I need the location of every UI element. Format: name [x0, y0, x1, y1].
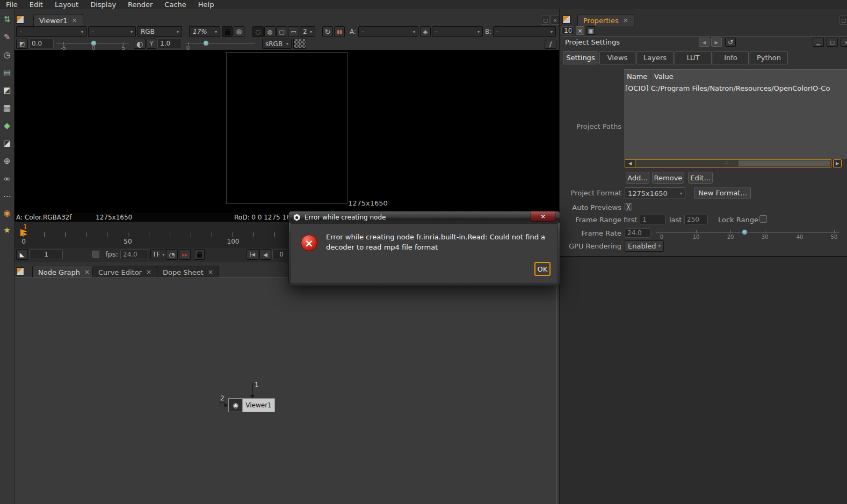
- playback-mode-select[interactable]: TF▾: [150, 250, 166, 259]
- wipe-mode-button[interactable]: ◈: [420, 26, 431, 37]
- scroll-left-button[interactable]: ◀: [625, 160, 635, 167]
- viewer-zoom-lock-button[interactable]: [222, 26, 233, 37]
- menu-layout[interactable]: Layout: [49, 0, 84, 9]
- menu-display[interactable]: Display: [84, 0, 122, 9]
- toolbox-item-image[interactable]: ⇅: [1, 13, 13, 26]
- pause-updates-button[interactable]: ▮▮: [334, 26, 345, 37]
- frame-rate-slider[interactable]: 0 10 20 30 40 50: [656, 228, 839, 242]
- viewer-fit-button[interactable]: ⊕: [234, 26, 244, 37]
- menu-edit[interactable]: Edit: [24, 0, 49, 9]
- gain-input[interactable]: [29, 39, 54, 48]
- playback-cache-button[interactable]: ▸▸: [179, 249, 191, 260]
- first-frame-button[interactable]: |◀: [247, 249, 258, 260]
- properties-pane-menu-icon[interactable]: [562, 16, 570, 24]
- gain-slider-handle[interactable]: [91, 40, 97, 46]
- viewer-canvas[interactable]: 1275x1650: [15, 50, 559, 213]
- panel-next-button[interactable]: ▶: [711, 38, 722, 47]
- scroll-track[interactable]: ∷: [635, 160, 831, 167]
- menu-render[interactable]: Render: [122, 0, 158, 9]
- toolbox-item-transform[interactable]: ⊕: [1, 155, 13, 167]
- proxy-mode-button[interactable]: ◍: [264, 26, 276, 37]
- edit-path-button[interactable]: Edit...: [688, 172, 713, 184]
- column-header-value[interactable]: Value: [651, 72, 674, 81]
- ok-button[interactable]: OK: [534, 262, 551, 276]
- max-panels-input[interactable]: [561, 26, 574, 35]
- fps-input[interactable]: [120, 250, 148, 259]
- full-frame-button[interactable]: ▢: [276, 26, 287, 37]
- checkerboard-button[interactable]: [293, 39, 306, 49]
- project-paths-table[interactable]: Name Value [OCIO] C:/Program Files/Natro…: [624, 69, 847, 159]
- contrast-button[interactable]: ◐: [134, 39, 146, 49]
- refresh-button[interactable]: ↻: [322, 26, 333, 37]
- tab-lut[interactable]: LUT: [675, 51, 712, 64]
- tab-dope-sheet[interactable]: Dope Sheet×: [157, 266, 219, 278]
- viewer-zoom-select[interactable]: 17%▾: [189, 26, 220, 37]
- close-icon[interactable]: ×: [84, 268, 90, 276]
- new-format-button[interactable]: New Format...: [694, 187, 751, 199]
- tab-curve-editor[interactable]: Curve Editor×: [92, 266, 157, 278]
- scroll-right-button[interactable]: ▶: [833, 159, 842, 167]
- node-input1-arrow[interactable]: [252, 383, 253, 396]
- active-inputs-button[interactable]: ▭: [288, 26, 299, 37]
- viewer-channels-select[interactable]: RGB▾: [137, 26, 182, 37]
- frame-range-last-input[interactable]: [684, 215, 708, 224]
- turbo-mode-button[interactable]: ◔: [166, 249, 178, 260]
- project-format-select[interactable]: 1275x1650▾: [625, 187, 685, 199]
- toolbox-item-gmic[interactable]: ◉: [1, 207, 13, 220]
- toolbox-item-extra[interactable]: ★: [1, 224, 13, 237]
- viewer-pane-close-button[interactable]: ×: [551, 16, 560, 25]
- toolbox-item-draw[interactable]: ✎: [1, 31, 13, 43]
- dialog-titlebar[interactable]: Error while creating node: [289, 211, 560, 223]
- tab-info[interactable]: Info: [713, 51, 749, 64]
- toolbox-item-keyer[interactable]: ◆: [1, 119, 13, 132]
- gpu-rendering-select[interactable]: Enabled▾: [625, 240, 664, 252]
- wipe-operator-select[interactable]: -▾: [432, 26, 483, 37]
- add-path-button[interactable]: Add...: [626, 172, 649, 184]
- frame-range-first-input[interactable]: [640, 215, 666, 224]
- toolbox-item-time[interactable]: ◷: [1, 48, 13, 61]
- color-picker-button[interactable]: ∕: [545, 40, 556, 49]
- panel-close-button[interactable]: ×: [841, 38, 847, 47]
- close-icon[interactable]: ×: [623, 17, 628, 24]
- scroll-thumb[interactable]: [739, 160, 830, 166]
- previous-frame-button[interactable]: ◀: [259, 249, 271, 260]
- tab-python[interactable]: Python: [750, 51, 788, 64]
- downscale-select[interactable]: 2▾: [300, 26, 315, 37]
- close-icon[interactable]: ×: [71, 17, 77, 24]
- set-in-point-button[interactable]: ◣: [16, 249, 28, 260]
- remove-path-button[interactable]: Remove: [652, 172, 684, 184]
- column-header-name[interactable]: Name: [624, 72, 650, 81]
- tab-viewer1[interactable]: Viewer1 ×: [33, 14, 83, 26]
- viewer1-node[interactable]: ◉ Viewer1: [228, 398, 275, 412]
- toolbox-item-views[interactable]: ∞: [1, 172, 13, 185]
- close-icon[interactable]: ×: [208, 268, 213, 276]
- tab-settings[interactable]: Settings: [563, 51, 598, 64]
- panel-minimize-button[interactable]: ▁: [813, 38, 824, 47]
- menu-cache[interactable]: Cache: [158, 0, 192, 9]
- dialog-close-button[interactable]: ×: [531, 211, 555, 222]
- nodegraph-canvas[interactable]: [15, 277, 559, 504]
- toolbox-item-merge[interactable]: ◪: [1, 137, 13, 150]
- tab-layers[interactable]: Layers: [636, 51, 674, 64]
- panel-float-button[interactable]: □: [827, 38, 838, 47]
- table-hscrollbar[interactable]: ◀ ∷: [625, 159, 831, 167]
- properties-pane-float-button[interactable]: □: [839, 16, 847, 25]
- close-icon[interactable]: ×: [146, 268, 151, 276]
- luminance-button[interactable]: Y: [147, 39, 156, 49]
- toolbox-item-color[interactable]: ◩: [1, 84, 13, 97]
- toolbox-item-channel[interactable]: ▤: [1, 66, 13, 79]
- lock-range-checkbox[interactable]: [759, 215, 767, 223]
- menu-file[interactable]: File: [0, 0, 24, 9]
- gamma-input[interactable]: [157, 39, 182, 48]
- tab-node-graph[interactable]: Node Graph×: [32, 266, 96, 278]
- a-input-select[interactable]: -▾: [358, 26, 418, 37]
- minimize-all-panels-button[interactable]: ▣: [587, 26, 595, 35]
- lock-timeline-button[interactable]: [194, 249, 205, 260]
- table-row[interactable]: [OCIO] C:/Program Files/Natron/Resources…: [624, 83, 847, 92]
- autocontrast-button[interactable]: ◩: [16, 39, 28, 49]
- b-input-select[interactable]: -▾: [493, 26, 556, 37]
- frame-rate-input[interactable]: [625, 228, 650, 238]
- viewer-alpha-select[interactable]: -▾: [88, 26, 136, 37]
- gamma-slider-handle[interactable]: [203, 40, 209, 46]
- range-first-input[interactable]: [272, 250, 286, 259]
